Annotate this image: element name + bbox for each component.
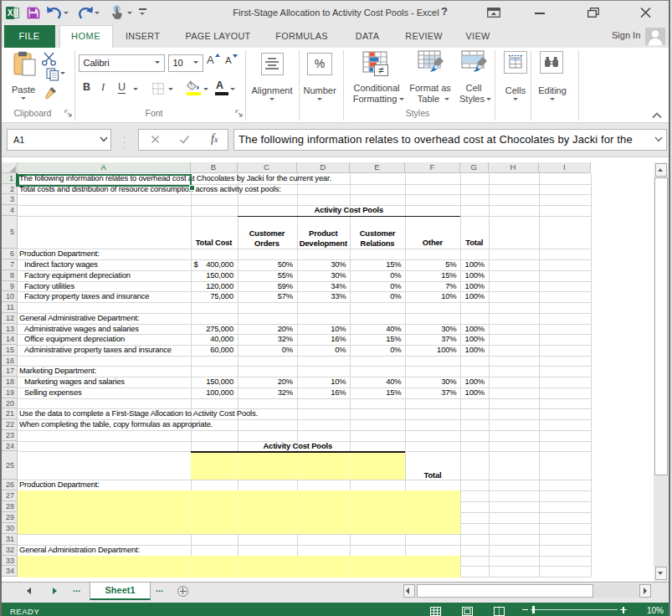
svg-text:≠: ≠ [378,64,384,76]
